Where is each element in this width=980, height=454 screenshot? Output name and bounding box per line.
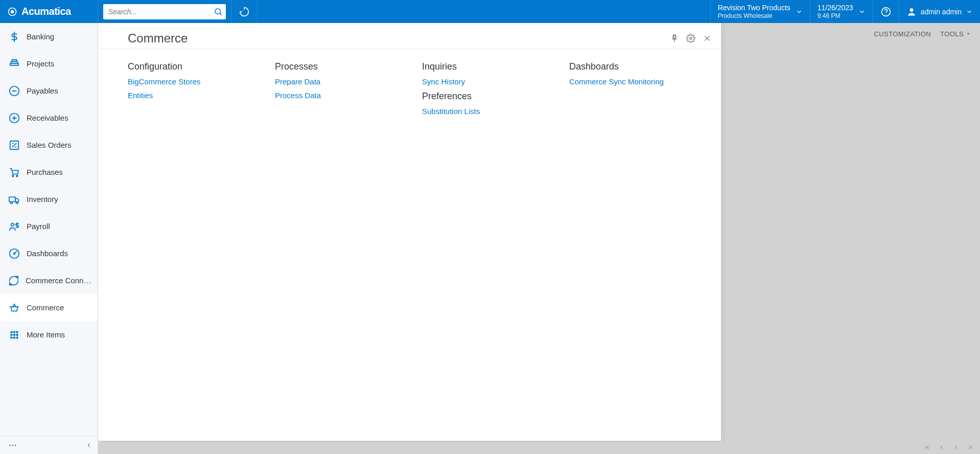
svg-point-33 — [14, 337, 15, 338]
svg-point-34 — [16, 337, 18, 338]
sidebar-item-payables[interactable]: Payables — [0, 77, 98, 104]
gauge-icon — [8, 248, 20, 259]
svg-rect-19 — [9, 197, 15, 201]
link-commerce-sync-monitoring[interactable]: Commerce Sync Monitoring — [569, 77, 707, 86]
tenant-line1: Revision Two Products — [718, 4, 790, 12]
clock-section[interactable]: 11/26/2023 9:46 PM — [810, 0, 873, 23]
link-prepare-data[interactable]: Prepare Data — [275, 77, 413, 86]
brand-icon — [7, 7, 17, 17]
svg-point-26 — [11, 331, 12, 333]
flyout-column: DashboardsCommerce Sync Monitoring — [569, 59, 707, 91]
sidebar-item-purchases[interactable]: Purchases — [0, 158, 98, 186]
search-input[interactable] — [103, 4, 226, 19]
ellipsis-icon[interactable] — [8, 441, 17, 450]
clock-time: 9:46 PM — [818, 12, 853, 19]
link-substitution-lists[interactable]: Substitution Lists — [422, 107, 560, 116]
background-toolbar: CUSTOMIZATION TOOLS — [865, 23, 980, 44]
body-area: BankingProjectsPayablesReceivablesSales … — [0, 23, 980, 454]
sidebar-item-more-items[interactable]: More Items — [0, 321, 98, 348]
sidebar-item-banking[interactable]: Banking — [0, 23, 98, 50]
section-heading: Configuration — [128, 61, 266, 72]
svg-point-31 — [16, 334, 18, 335]
sidebar-item-commerce-connec[interactable]: Commerce Connec... — [0, 267, 98, 294]
pin-button[interactable] — [670, 34, 679, 43]
chevron-down-icon — [858, 8, 866, 15]
search-icon[interactable] — [214, 7, 223, 16]
flyout-body: ConfigurationBigCommerce StoresEntitiesP… — [98, 49, 721, 441]
sidebar-item-projects[interactable]: Projects — [0, 50, 98, 77]
dollar-icon — [8, 31, 20, 42]
svg-point-36 — [12, 444, 14, 446]
sidebar-scroll: BankingProjectsPayablesReceivablesSales … — [0, 23, 98, 436]
help-button[interactable] — [873, 0, 899, 23]
svg-point-5 — [885, 13, 886, 14]
link-sync-history[interactable]: Sync History — [422, 77, 560, 86]
basket-icon — [8, 302, 20, 313]
section-heading: Dashboards — [569, 61, 707, 72]
svg-point-24 — [14, 253, 15, 254]
sidebar-item-commerce[interactable]: Commerce — [0, 294, 98, 321]
user-name: admin admin — [921, 8, 962, 16]
tools-menu[interactable]: TOOLS — [940, 30, 971, 38]
flyout-header: Commerce — [98, 23, 721, 49]
svg-line-3 — [220, 13, 221, 15]
activity-button[interactable] — [231, 0, 257, 23]
svg-point-30 — [14, 334, 15, 335]
svg-marker-38 — [967, 33, 970, 35]
svg-point-40 — [690, 37, 692, 40]
sidebar-item-label: Payroll — [27, 222, 50, 231]
link-bigcommerce-stores[interactable]: BigCommerce Stores — [128, 77, 266, 86]
customization-menu[interactable]: CUSTOMIZATION — [874, 30, 931, 38]
brand-text: Acumatica — [21, 6, 71, 17]
collapse-sidebar-button[interactable] — [85, 442, 92, 449]
settings-button[interactable] — [686, 34, 695, 43]
pager-next[interactable] — [949, 442, 963, 453]
sidebar-item-label: Payables — [27, 86, 58, 95]
svg-point-29 — [11, 334, 12, 335]
svg-point-32 — [11, 337, 12, 338]
grid-icon — [8, 329, 20, 340]
brand-logo[interactable]: Acumatica — [0, 0, 98, 23]
header-spacer — [258, 0, 710, 23]
svg-point-17 — [12, 175, 14, 176]
circle-plus-icon — [8, 112, 20, 124]
pager-prev[interactable] — [935, 442, 948, 453]
flyout-column: InquiriesSync HistoryPreferencesSubstitu… — [422, 59, 560, 121]
section-heading: Inquiries — [422, 61, 560, 72]
sidebar-item-dashboards[interactable]: Dashboards — [0, 240, 98, 267]
svg-point-22 — [11, 223, 14, 226]
svg-point-35 — [9, 444, 11, 446]
chevron-down-icon — [796, 8, 803, 15]
svg-point-21 — [16, 201, 18, 203]
layers-icon — [8, 58, 20, 70]
sidebar-item-label: Receivables — [27, 114, 68, 122]
edit-square-icon — [8, 140, 20, 151]
sidebar-item-sales-orders[interactable]: Sales Orders — [0, 131, 98, 158]
svg-point-18 — [16, 175, 18, 176]
clock-date: 11/26/2023 — [818, 4, 853, 12]
svg-point-20 — [11, 201, 13, 203]
section-heading: Preferences — [422, 91, 560, 102]
link-entities[interactable]: Entities — [128, 91, 266, 100]
svg-point-6 — [910, 8, 914, 12]
svg-point-27 — [14, 331, 15, 333]
circle-minus-icon — [8, 85, 20, 97]
search-container — [98, 0, 231, 23]
section-heading: Processes — [275, 61, 413, 72]
user-menu[interactable]: admin admin — [899, 0, 980, 23]
sidebar-item-receivables[interactable]: Receivables — [0, 104, 98, 131]
sidebar-item-label: Commerce — [27, 303, 64, 312]
sidebar-item-inventory[interactable]: Inventory — [0, 186, 98, 213]
close-button[interactable] — [703, 34, 712, 43]
tenant-selector[interactable]: Revision Two Products Products Wholesale — [711, 0, 810, 23]
sidebar-item-payroll[interactable]: Payroll — [0, 213, 98, 240]
flyout-column: ConfigurationBigCommerce StoresEntities — [128, 59, 266, 105]
svg-point-2 — [215, 9, 221, 14]
pager — [918, 441, 980, 454]
truck-icon — [8, 194, 20, 205]
sync-icon — [8, 275, 19, 286]
sidebar-item-label: Commerce Connec... — [26, 276, 91, 285]
pager-last[interactable] — [964, 442, 977, 453]
link-process-data[interactable]: Process Data — [275, 91, 413, 100]
pager-first[interactable] — [921, 442, 934, 453]
